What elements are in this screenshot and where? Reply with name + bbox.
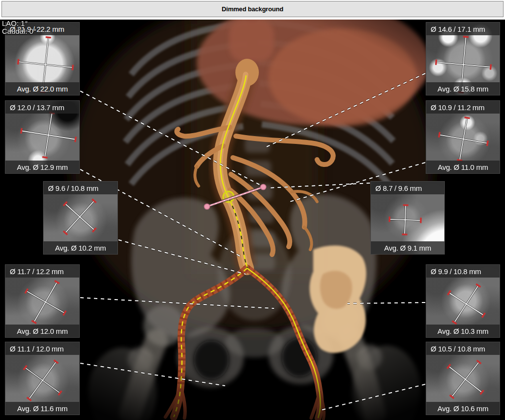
diameter-avg-label: Avg. Ø 22.0 mm (5, 82, 79, 95)
crosshair-red-tip (55, 281, 60, 284)
diameter-avg-label: Avg. Ø 12.9 mm (5, 161, 79, 173)
diameter-min-max-label: Ø 21.9 / 22.2 mm (5, 23, 79, 35)
crosshair-red-tip (21, 128, 22, 134)
crosshair-red-tip (75, 137, 76, 142)
3d-viewport[interactable]: LAO: 1° Caudal: 0° Ø 21.9 / 22.2 mm Avg.… (0, 20, 505, 420)
crosshair-red-tip (25, 289, 28, 294)
diameter-min-max-label: Ø 11.1 / 12.0 mm (5, 342, 79, 355)
crosshair-line (65, 204, 94, 230)
measurement-panel-left-4[interactable]: Ø 11.7 / 12.2 mm Avg. Ø 12.0 mm (5, 264, 80, 338)
crosshair-red-tip (487, 140, 488, 146)
measurement-panel-right-5[interactable]: Ø 10.5 / 10.8 mm Avg. Ø 10.6 mm (426, 342, 500, 415)
crosshair-red-tip (464, 117, 470, 118)
view-title: Dimmed background (222, 5, 283, 13)
diameter-avg-label: Avg. Ø 15.8 mm (426, 82, 500, 95)
diameter-min-max-label: Ø 9.9 / 10.8 mm (426, 265, 500, 278)
crosshair-red-tip (436, 60, 436, 65)
measurement-panel-left-5[interactable]: Ø 11.1 / 12.0 mm Avg. Ø 11.6 mm (5, 342, 80, 415)
diameter-avg-label: Avg. Ø 11.6 mm (5, 402, 79, 415)
diameter-min-max-label: Ø 8.7 / 9.6 mm (371, 182, 444, 194)
view-title-bar: Dimmed background (1, 1, 504, 17)
crosshair-red-tip (32, 321, 37, 324)
diameter-min-max-label: Ø 11.7 / 12.2 mm (5, 265, 79, 278)
measurement-panel-left-3[interactable]: Ø 9.6 / 10.8 mm Avg. Ø 10.2 mm (43, 181, 118, 255)
crosshair-red-tip (72, 65, 73, 70)
crosshair-line (26, 291, 65, 313)
crosshair-red-tip (42, 157, 47, 158)
crosshair-red-tip (18, 59, 19, 65)
crosshair-line (449, 293, 483, 315)
diameter-min-max-label: Ø 9.6 / 10.8 mm (44, 182, 117, 194)
measurement-panel-left-1[interactable]: Ø 21.9 / 22.2 mm Avg. Ø 22.0 mm (5, 22, 80, 95)
crosshair-red-tip (63, 311, 66, 316)
diameter-min-max-label: Ø 12.0 / 13.7 mm (5, 101, 79, 114)
crosshair-red-tip (46, 37, 51, 38)
diameter-avg-label: Avg. Ø 9.1 mm (371, 241, 444, 254)
crosshair-line (449, 367, 482, 393)
measure-endpoint-dot[interactable] (204, 204, 209, 209)
crosshair-red-tip (439, 132, 440, 138)
diameter-min-max-label: Ø 10.5 / 10.8 mm (426, 342, 500, 355)
crosshair-red-tip (490, 64, 491, 70)
diameter-min-max-label: Ø 14.6 / 17.1 mm (426, 23, 500, 35)
measurement-panel-right-2[interactable]: Ø 10.9 / 11.2 mm Avg. Ø 11.0 mm (426, 100, 500, 174)
crosshair-red-tip (463, 37, 468, 37)
crosshair-line (25, 368, 60, 393)
measurement-panel-right-1[interactable]: Ø 14.6 / 17.1 mm Avg. Ø 15.8 mm (426, 22, 500, 95)
measurement-panel-right-4[interactable]: Ø 9.9 / 10.8 mm Avg. Ø 10.3 mm (426, 264, 500, 338)
diameter-avg-label: Avg. Ø 10.3 mm (426, 325, 500, 337)
diameter-avg-label: Avg. Ø 10.2 mm (44, 241, 117, 254)
measure-endpoint-dot[interactable] (260, 184, 266, 189)
diameter-avg-label: Avg. Ø 11.0 mm (426, 161, 500, 173)
measurement-panel-right-3[interactable]: Ø 8.7 / 9.6 mm Avg. Ø 9.1 mm (370, 181, 445, 255)
diameter-avg-label: Avg. Ø 12.0 mm (5, 325, 79, 337)
measurement-panel-left-2[interactable]: Ø 12.0 / 13.7 mm Avg. Ø 12.9 mm (5, 100, 80, 174)
diameter-min-max-label: Ø 10.9 / 11.2 mm (426, 101, 500, 114)
diameter-avg-label: Avg. Ø 10.6 mm (426, 402, 500, 415)
